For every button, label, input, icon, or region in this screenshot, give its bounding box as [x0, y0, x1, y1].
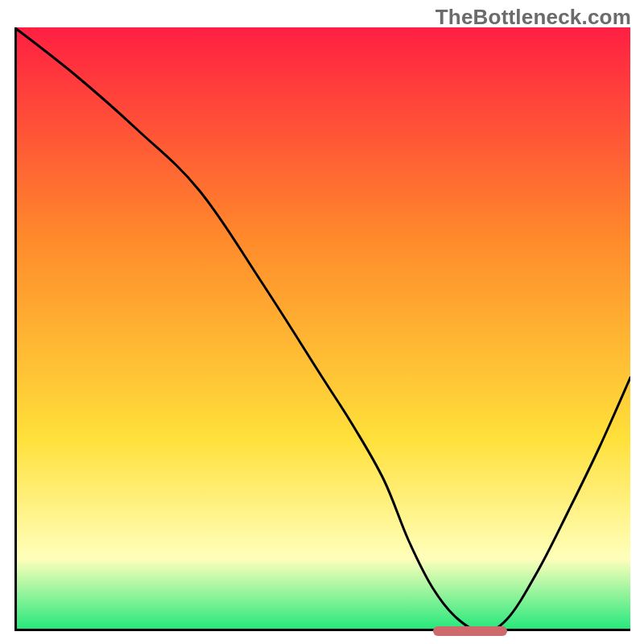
chart-frame: TheBottleneck.com — [0, 0, 644, 644]
optimal-range-marker — [433, 626, 507, 636]
axes — [14, 27, 630, 631]
watermark-text: TheBottleneck.com — [436, 5, 631, 30]
